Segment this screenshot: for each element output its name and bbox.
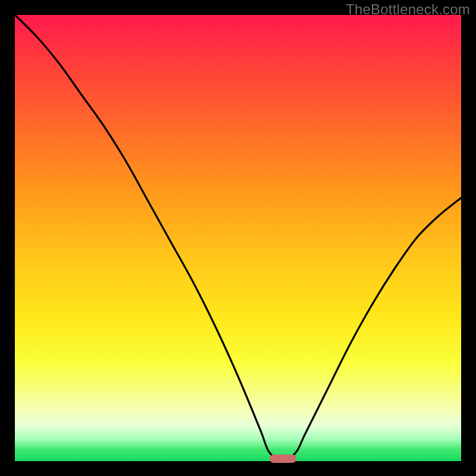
chart-frame: TheBottleneck.com xyxy=(0,0,476,476)
plot-area xyxy=(15,15,461,461)
bottleneck-curve xyxy=(15,15,461,461)
watermark-text: TheBottleneck.com xyxy=(346,1,470,18)
optimal-marker xyxy=(270,455,296,463)
